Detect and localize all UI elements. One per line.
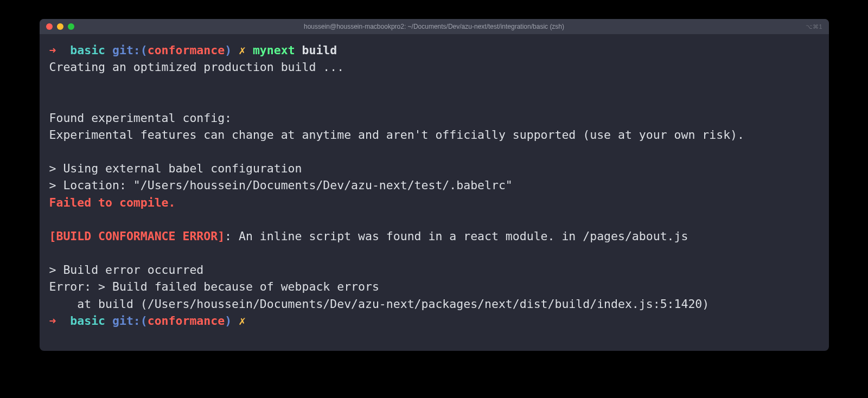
terminal-window: houssein@houssein-macbookpro2: ~/Documen… <box>40 19 829 351</box>
prompt-git-pre: git:( <box>105 314 148 328</box>
error-line: Failed to compile. <box>49 194 819 211</box>
prompt-git-pre: git:( <box>105 43 148 57</box>
close-icon[interactable] <box>46 23 53 30</box>
prompt-branch: conformance <box>148 43 225 57</box>
prompt-dirty-icon: ✗ <box>232 43 246 57</box>
output-line <box>49 93 819 110</box>
output-line: > Using external babel configuration <box>49 160 819 177</box>
prompt-git-post: ) <box>225 43 232 57</box>
conformance-error-line: [BUILD CONFORMANCE ERROR]: An inline scr… <box>49 228 819 245</box>
prompt-dir: basic <box>63 314 105 328</box>
prompt-git-post: ) <box>225 314 232 328</box>
output-line: > Location: "/Users/houssein/Documents/D… <box>49 177 819 194</box>
prompt-branch: conformance <box>148 314 225 328</box>
window-title: houssein@houssein-macbookpro2: ~/Documen… <box>304 23 564 30</box>
output-line: Experimental features can change at anyt… <box>49 126 819 143</box>
output-line: Found experimental config: <box>49 110 819 126</box>
window-shortcut: ⌥⌘1 <box>806 23 822 30</box>
output-line <box>49 211 819 228</box>
output-line <box>49 245 819 261</box>
command-name: mynext <box>246 43 295 57</box>
maximize-icon[interactable] <box>68 23 74 30</box>
prompt-line-2: ➜ basic git:(conformance) ✗ <box>49 312 819 329</box>
title-bar: houssein@houssein-macbookpro2: ~/Documen… <box>40 19 829 34</box>
output-line: at build (/Users/houssein/Documents/Dev/… <box>49 296 819 312</box>
output-line <box>49 75 819 92</box>
prompt-arrow-icon: ➜ <box>49 314 63 328</box>
output-line: Error: > Build failed because of webpack… <box>49 278 819 295</box>
prompt-dir: basic <box>63 43 105 57</box>
traffic-lights <box>46 23 74 30</box>
error-message: : An inline script was found in a react … <box>225 229 688 243</box>
prompt-arrow-icon: ➜ <box>49 43 63 57</box>
terminal-body[interactable]: ➜ basic git:(conformance) ✗ mynext build… <box>40 34 829 351</box>
prompt-dirty-icon: ✗ <box>232 314 246 328</box>
output-line: Creating an optimized production build .… <box>49 59 819 75</box>
output-line: > Build error occurred <box>49 261 819 278</box>
prompt-line-1: ➜ basic git:(conformance) ✗ mynext build <box>49 42 819 59</box>
minimize-icon[interactable] <box>57 23 63 30</box>
error-tag: [BUILD CONFORMANCE ERROR] <box>49 229 225 243</box>
output-line <box>49 143 819 160</box>
command-arg: build <box>295 43 337 57</box>
